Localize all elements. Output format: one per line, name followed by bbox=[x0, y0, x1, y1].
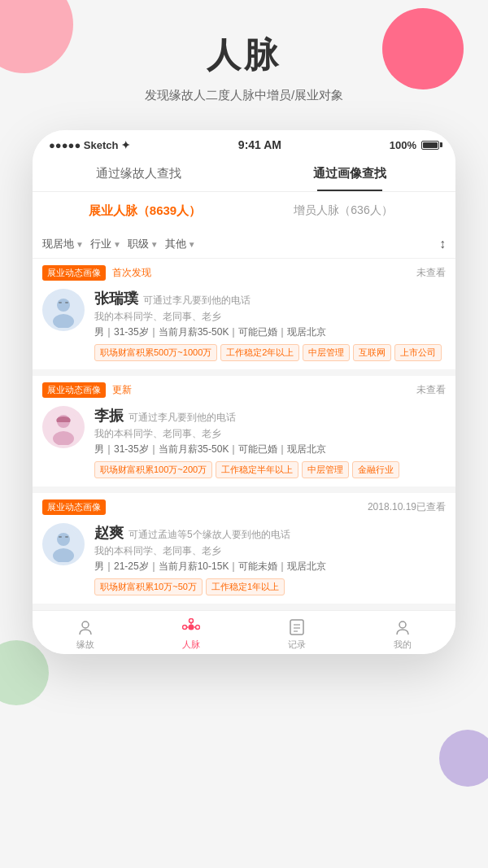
nav-jilu[interactable]: 记录 bbox=[244, 617, 350, 651]
tag-0-3: 互联网 bbox=[353, 344, 391, 361]
filter-level[interactable]: 职级 ▼ bbox=[128, 237, 159, 251]
nav-me[interactable]: 我的 bbox=[350, 617, 455, 651]
name-row-2: 赵爽 可通过孟迪等5个缘故人要到他的电话 bbox=[94, 523, 446, 543]
sub-tab-zhanye[interactable]: 展业人脉（8639人） bbox=[46, 200, 244, 222]
person-card-2[interactable]: 展业动态画像 2018.10.19已查看 赵爽 可通过孟迪 bbox=[33, 493, 455, 604]
tag-0-2: 中层管理 bbox=[303, 344, 350, 361]
card-body-0: 张瑞璞 可通过李凡要到他的电话 我的本科同学、老同事、老乡 男｜31-35岁｜当… bbox=[33, 284, 455, 369]
filter-location[interactable]: 现居地 ▼ bbox=[42, 237, 84, 251]
card-body-1: 李振 可通过李凡要到他的电话 我的本科同学、老同事、老乡 男｜31-35岁｜当前… bbox=[33, 401, 455, 486]
person-card-1[interactable]: 展业动态画像 更新 未查看 李振 可通过李凡要到他的电话 bbox=[33, 376, 455, 486]
sub-tab-zengyuan[interactable]: 增员人脉（636人） bbox=[244, 200, 442, 222]
phone-mockup: ●●●●● Sketch ✦ 9:41 AM 100% 通过缘故人查找 通过画像… bbox=[33, 130, 455, 654]
svg-point-25 bbox=[399, 622, 406, 628]
avatar-2 bbox=[42, 523, 85, 565]
svg-point-9 bbox=[57, 533, 70, 546]
svg-point-15 bbox=[183, 626, 187, 630]
svg-rect-4 bbox=[65, 302, 68, 303]
bg-decoration-purple bbox=[439, 730, 488, 787]
filter-other[interactable]: 其他 ▼ bbox=[165, 237, 196, 251]
card-header-0: 展业动态画像 首次发现 未查看 bbox=[33, 259, 455, 284]
person-name-0: 张瑞璞 bbox=[94, 289, 138, 308]
person-name-2: 赵爽 bbox=[94, 523, 124, 543]
nav-icon-yuangu bbox=[76, 617, 95, 637]
tab-huaxiang[interactable]: 通过画像查找 bbox=[244, 156, 455, 191]
nav-label-jilu: 记录 bbox=[288, 639, 306, 651]
svg-point-14 bbox=[189, 625, 194, 630]
person-list: 展业动态画像 首次发现 未查看 张瑞璞 可 bbox=[33, 259, 455, 610]
person-connection-1: 可通过李凡要到他的电话 bbox=[129, 411, 236, 425]
bottom-nav: 缘故 人脉 bbox=[33, 610, 455, 654]
nav-yuangu[interactable]: 缘故 bbox=[33, 617, 138, 651]
status-right: 100% bbox=[390, 139, 439, 151]
tags-row-0: 职场财富积累500万~1000万 工作稳定2年以上 中层管理 互联网 上市公司 bbox=[94, 344, 446, 361]
card-body-2: 赵爽 可通过孟迪等5个缘故人要到他的电话 我的本科同学、老同事、老乡 男｜21-… bbox=[33, 518, 455, 604]
name-row-1: 李振 可通过李凡要到他的电话 bbox=[94, 406, 446, 425]
filter-industry-arrow: ▼ bbox=[113, 240, 121, 249]
filter-location-arrow: ▼ bbox=[76, 240, 84, 249]
card-badge-2: 展业动态画像 bbox=[42, 499, 106, 515]
filter-level-arrow: ▼ bbox=[150, 240, 159, 249]
card-badge-0: 展业动态画像 bbox=[42, 265, 106, 281]
person-connection-0: 可通过李凡要到他的电话 bbox=[143, 294, 251, 308]
nav-icon-renmai bbox=[181, 617, 201, 637]
filter-industry[interactable]: 行业 ▼ bbox=[90, 237, 121, 251]
person-detail-1: 男｜31-35岁｜当前月薪35-50K｜可能已婚｜现居北京 bbox=[94, 443, 446, 456]
person-card-0[interactable]: 展业动态画像 首次发现 未查看 张瑞璞 可 bbox=[33, 259, 455, 369]
page-title: 人脉 bbox=[0, 33, 488, 78]
tag-1-2: 中层管理 bbox=[302, 461, 349, 478]
card-header-2: 展业动态画像 2018.10.19已查看 bbox=[33, 493, 455, 518]
nav-label-me: 我的 bbox=[394, 639, 412, 651]
tag-1-1: 工作稳定半年以上 bbox=[216, 461, 298, 478]
name-row-0: 张瑞璞 可通过李凡要到他的电话 bbox=[94, 289, 446, 308]
page-subtitle: 发现缘故人二度人脉中增员/展业对象 bbox=[0, 88, 488, 103]
svg-point-17 bbox=[190, 619, 194, 623]
battery-icon bbox=[421, 141, 439, 150]
nav-icon-jilu bbox=[287, 617, 307, 637]
person-desc-2: 我的本科同学、老同事、老乡 bbox=[94, 544, 446, 558]
avatar-icon-1 bbox=[46, 409, 81, 445]
tags-row-2: 职场财富积累10万~50万 工作稳定1年以上 bbox=[94, 578, 446, 595]
svg-rect-11 bbox=[59, 536, 62, 538]
tag-2-1: 工作稳定1年以上 bbox=[206, 578, 285, 595]
nav-label-renmai: 人脉 bbox=[182, 639, 200, 651]
avatar-icon-0 bbox=[46, 292, 81, 328]
tags-row-1: 职场财富积累100万~200万 工作稳定半年以上 中层管理 金融行业 bbox=[94, 461, 446, 478]
person-detail-0: 男｜31-35岁｜当前月薪35-50K｜可能已婚｜现居北京 bbox=[94, 325, 446, 339]
card-info-1: 李振 可通过李凡要到他的电话 我的本科同学、老同事、老乡 男｜31-35岁｜当前… bbox=[94, 406, 446, 478]
avatar-0 bbox=[42, 289, 85, 331]
card-time-0: 未查看 bbox=[416, 266, 446, 280]
tag-0-1: 工作稳定2年以上 bbox=[220, 344, 299, 361]
card-badge-1: 展业动态画像 bbox=[42, 382, 106, 398]
status-left: ●●●●● Sketch ✦ bbox=[49, 139, 130, 151]
person-connection-2: 可通过孟迪等5个缘故人要到他的电话 bbox=[129, 528, 290, 542]
tab-yuangu[interactable]: 通过缘故人查找 bbox=[33, 156, 244, 191]
sub-tab-bar: 展业人脉（8639人） 增员人脉（636人） bbox=[33, 192, 455, 230]
filter-bar: 现居地 ▼ 行业 ▼ 职级 ▼ 其他 ▼ ↕ bbox=[33, 230, 455, 259]
tag-1-3: 金融行业 bbox=[352, 461, 399, 478]
person-desc-0: 我的本科同学、老同事、老乡 bbox=[94, 310, 446, 324]
nav-label-yuangu: 缘故 bbox=[76, 639, 94, 651]
header-section: 人脉 发现缘故人二度人脉中增员/展业对象 bbox=[0, 0, 488, 120]
card-info-0: 张瑞璞 可通过李凡要到他的电话 我的本科同学、老同事、老乡 男｜31-35岁｜当… bbox=[94, 289, 446, 361]
status-time: 9:41 AM bbox=[238, 138, 281, 151]
main-tab-bar: 通过缘故人查找 通过画像查找 bbox=[33, 156, 455, 192]
tag-2-0: 职场财富积累10万~50万 bbox=[94, 578, 203, 595]
svg-point-16 bbox=[196, 626, 200, 630]
card-time-2: 2018.10.19已查看 bbox=[368, 500, 446, 514]
nav-renmai[interactable]: 人脉 bbox=[138, 617, 244, 651]
sort-button[interactable]: ↕ bbox=[439, 237, 446, 251]
card-time-1: 未查看 bbox=[416, 383, 446, 397]
person-desc-1: 我的本科同学、老同事、老乡 bbox=[94, 427, 446, 441]
battery-percent: 100% bbox=[390, 139, 416, 151]
svg-rect-21 bbox=[290, 620, 303, 635]
nav-icon-me bbox=[393, 617, 412, 637]
filter-other-arrow: ▼ bbox=[188, 240, 196, 249]
person-name-1: 李振 bbox=[94, 406, 124, 425]
avatar-1 bbox=[42, 406, 85, 448]
status-bar: ●●●●● Sketch ✦ 9:41 AM 100% bbox=[33, 130, 455, 156]
avatar-icon-2 bbox=[46, 526, 81, 562]
svg-rect-12 bbox=[65, 536, 68, 538]
bg-decoration-green bbox=[0, 640, 49, 705]
card-header-1: 展业动态画像 更新 未查看 bbox=[33, 376, 455, 401]
